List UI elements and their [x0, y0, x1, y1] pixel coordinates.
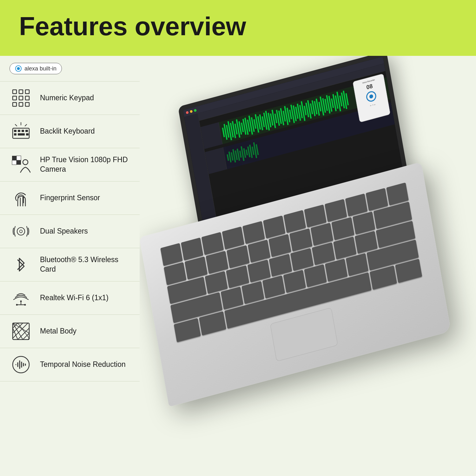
key	[263, 215, 286, 238]
alexa-badge-row: alexa built-in	[0, 56, 140, 82]
record-dot	[369, 94, 374, 99]
touchpad	[270, 307, 338, 361]
svg-rect-19	[14, 133, 17, 136]
feature-speakers: Dual Speakers	[0, 215, 140, 248]
key	[242, 221, 265, 244]
key	[221, 287, 243, 310]
features-panel: alexa built-in	[0, 56, 140, 476]
feature-label-backlit-keyboard: Backlit Keyboard	[40, 127, 95, 136]
key	[262, 275, 285, 299]
svg-rect-112	[227, 154, 229, 161]
feature-label-numeric-keypad: Numeric Keypad	[40, 93, 94, 103]
svg-rect-17	[22, 130, 24, 132]
svg-rect-7	[25, 96, 29, 100]
key	[346, 253, 369, 276]
key	[325, 199, 347, 222]
key	[345, 194, 368, 216]
svg-point-27	[17, 228, 25, 235]
key	[283, 270, 306, 293]
key	[366, 188, 388, 211]
key	[202, 232, 224, 255]
feature-wifi: Realtek Wi-Fi 6 (1x1)	[0, 281, 140, 315]
close-dot	[186, 111, 189, 114]
feature-label-metal-body: Metal Body	[40, 327, 76, 336]
svg-rect-21	[26, 133, 29, 136]
svg-rect-25	[17, 160, 21, 165]
small-app-counter: 08	[366, 83, 373, 91]
svg-rect-4	[25, 90, 29, 94]
feature-label-wifi: Realtek Wi-Fi 6 (1x1)	[40, 293, 109, 303]
laptop-base	[140, 162, 451, 407]
camera-icon	[10, 155, 32, 174]
small-app-title: Voice Recorder	[362, 79, 375, 84]
feature-camera: HP True Vision 1080p FHD Camera	[0, 148, 140, 182]
svg-rect-124	[252, 147, 254, 155]
svg-rect-6	[19, 96, 23, 100]
feature-metal-body: Metal Body	[0, 315, 140, 348]
svg-line-12	[25, 124, 27, 126]
svg-rect-5	[13, 96, 17, 100]
svg-rect-114	[231, 152, 233, 161]
key	[325, 259, 348, 282]
svg-rect-3	[19, 90, 23, 94]
alexa-label: alexa built-in	[24, 65, 56, 72]
laptop-illustration: Voice Recorder 08 ⏮ ⏸ ⏭	[149, 62, 466, 476]
noise-reduction-icon	[10, 355, 32, 374]
feature-label-camera: HP True Vision 1080p FHD Camera	[40, 155, 130, 174]
metal-body-icon	[10, 322, 32, 341]
svg-rect-20	[18, 133, 25, 136]
svg-rect-118	[239, 150, 242, 158]
alexa-icon	[15, 65, 22, 72]
key	[160, 243, 183, 266]
svg-point-33	[24, 304, 26, 306]
key	[222, 227, 244, 249]
key	[386, 182, 409, 205]
feature-bluetooth: Bluetooth® 5.3 Wireless Card	[0, 248, 140, 281]
wifi-icon	[10, 288, 32, 307]
svg-rect-15	[14, 130, 17, 132]
bluetooth-icon	[10, 255, 32, 274]
svg-rect-16	[18, 130, 20, 132]
svg-rect-23	[17, 156, 21, 160]
page-title: Features overview	[19, 13, 457, 40]
svg-rect-18	[25, 130, 28, 132]
key	[284, 210, 306, 233]
page-wrapper: Features overview alexa built-in	[0, 0, 476, 476]
record-button	[366, 90, 377, 103]
svg-point-32	[16, 304, 18, 306]
svg-rect-10	[25, 102, 29, 106]
laptop-wrap: Voice Recorder 08 ⏮ ⏸ ⏭	[149, 62, 466, 476]
fingerprint-icon	[10, 188, 32, 208]
minimize-dot	[190, 110, 193, 113]
feature-label-noise-reduction: Temporal Noise Reduction	[40, 360, 126, 369]
feature-numeric-keypad: Numeric Keypad	[0, 82, 140, 115]
header: Features overview	[0, 0, 476, 56]
right-panel: Voice Recorder 08 ⏮ ⏸ ⏭	[140, 56, 476, 476]
svg-rect-8	[13, 102, 17, 106]
small-app-controls: ⏮ ⏸ ⏭	[370, 103, 375, 107]
svg-rect-9	[19, 102, 23, 106]
key	[304, 204, 327, 227]
svg-point-45	[13, 356, 29, 373]
alexa-badge: alexa built-in	[10, 63, 62, 74]
svg-rect-121	[246, 149, 248, 155]
feature-label-bluetooth: Bluetooth® 5.3 Wireless Card	[40, 255, 130, 274]
svg-rect-22	[12, 156, 17, 160]
numeric-keypad-icon	[10, 89, 32, 108]
svg-line-44	[18, 323, 29, 338]
svg-point-1	[17, 67, 20, 70]
feature-noise-reduction: Temporal Noise Reduction	[0, 348, 140, 381]
feature-label-speakers: Dual Speakers	[40, 227, 88, 236]
key	[304, 264, 327, 288]
svg-rect-24	[12, 160, 17, 165]
key	[241, 281, 264, 304]
svg-line-13	[15, 124, 17, 126]
key	[181, 237, 203, 260]
svg-point-26	[23, 160, 28, 165]
feature-backlit-keyboard: Backlit Keyboard	[0, 115, 140, 148]
feature-fingerprint: Fingerprint Sensor	[0, 182, 140, 215]
speakers-icon	[10, 222, 32, 241]
feature-label-fingerprint: Fingerprint Sensor	[40, 193, 100, 203]
backlit-keyboard-icon	[10, 122, 32, 141]
maximize-dot	[194, 109, 197, 112]
